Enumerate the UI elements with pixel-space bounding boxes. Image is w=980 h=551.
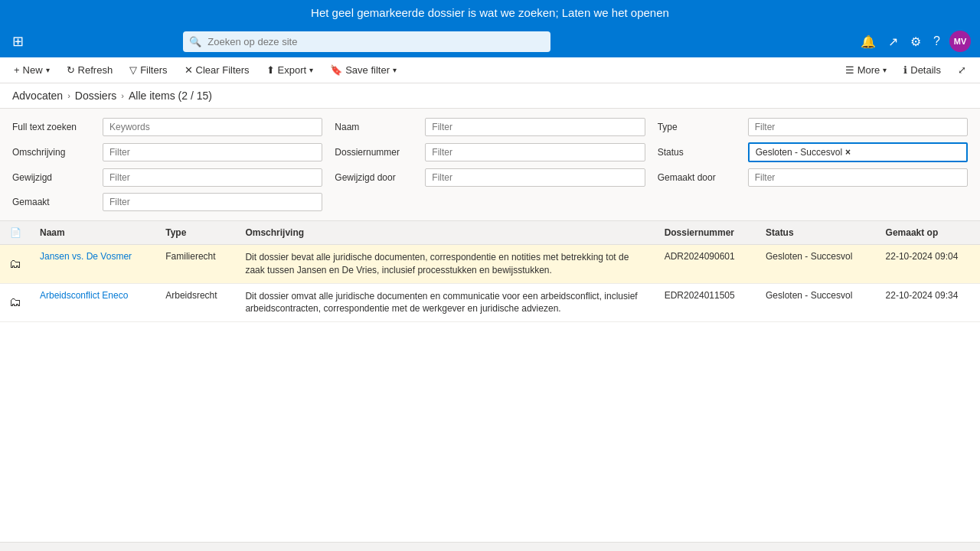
filter-tag-value: Gesloten - Succesvol (756, 147, 842, 158)
filter-label-gewijzigd-door: Gewijzigd door (335, 172, 419, 183)
avatar[interactable]: MV (949, 31, 971, 52)
row-type: Familierecht (156, 245, 236, 284)
filter-input-gemaakt-door[interactable] (748, 168, 968, 187)
col-header-dossiernummer[interactable]: Dossiernummer (655, 221, 756, 245)
col-header-type[interactable]: Type (156, 221, 236, 245)
table-row[interactable]: 🗂 Jansen vs. De Vosmer Familierecht Dit … (0, 245, 980, 284)
row-icon-cell: 🗂 (0, 283, 31, 322)
nav-right-icons: 🔔 ↗ ⚙ ? MV (858, 31, 971, 52)
filter-label-fulltext: Full text zoeken (12, 122, 96, 132)
export-chevron-icon: ▾ (309, 66, 313, 74)
new-button[interactable]: + New ▾ (6, 60, 57, 80)
details-icon: ℹ (903, 64, 907, 76)
row-naam: Jansen vs. De Vosmer (31, 245, 156, 284)
refresh-button[interactable]: ↻ Refresh (59, 60, 121, 80)
row-type: Arbeidsrecht (156, 283, 236, 322)
data-table: 📄 Naam Type Omschrijving Dossiernummer S… (0, 221, 980, 322)
save-filter-icon: 🔖 (330, 64, 342, 76)
export-icon: ⬆ (266, 64, 275, 76)
new-label: New (23, 64, 43, 76)
breadcrumb: Advocaten › Dossiers › Alle items (2 / 1… (0, 83, 980, 109)
more-button[interactable]: ☰ More ▾ (838, 60, 895, 80)
content-area: Full text zoeken Naam Type Omschrijving … (0, 109, 980, 542)
more-icon: ☰ (845, 64, 854, 76)
filter-input-gemaakt[interactable] (103, 193, 322, 211)
col-header-status[interactable]: Status (756, 221, 877, 245)
help-icon[interactable]: ? (930, 31, 943, 51)
banner-text: Het geel gemarkeerde dossier is wat we z… (311, 6, 669, 19)
share-icon[interactable]: ↗ (885, 31, 901, 52)
row-gemaakt-op: 22-10-2024 09:04 (877, 245, 980, 284)
more-label: More (858, 64, 880, 76)
refresh-icon: ↻ (67, 64, 75, 76)
filter-row-gewijzigd-door: Gewijzigd door (335, 168, 645, 187)
filter-input-dossiernummer[interactable] (425, 143, 645, 161)
file-icon: 📄 (10, 227, 21, 238)
filter-row-status: Status Gesloten - Succesvol × (658, 142, 968, 162)
row-status: Gesloten - Succesvol (756, 245, 877, 284)
new-chevron-icon: ▾ (46, 66, 50, 74)
top-banner: Het geel gemarkeerde dossier is wat we z… (0, 0, 980, 25)
breadcrumb-sep-2: › (121, 91, 124, 100)
filter-input-gewijzigd[interactable] (103, 168, 322, 187)
details-button[interactable]: ℹ Details (896, 60, 949, 80)
filter-row-gewijzigd: Gewijzigd (12, 168, 322, 187)
apps-icon[interactable]: ⊞ (9, 30, 27, 53)
filter-label-status: Status (658, 147, 742, 158)
search-input[interactable] (183, 31, 550, 52)
export-label: Export (278, 64, 307, 76)
filter-label-dossiernummer: Dossiernummer (335, 147, 419, 158)
filter-input-type[interactable] (748, 118, 968, 136)
more-chevron-icon: ▾ (883, 66, 887, 74)
row-naam: Arbeidsconflict Eneco (31, 283, 156, 322)
filter-input-gewijzigd-door[interactable] (425, 168, 645, 187)
row-naam-link[interactable]: Jansen vs. De Vosmer (40, 251, 132, 262)
row-dossiernummer: EDR2024011505 (655, 283, 756, 322)
row-file-icon: 🗂 (9, 257, 21, 270)
breadcrumb-sep-1: › (67, 91, 70, 100)
clear-filters-button[interactable]: ✕ Clear Filters (177, 60, 257, 80)
row-dossiernummer: ADR2024090601 (655, 245, 756, 284)
filter-row-gemaakt: Gemaakt (12, 193, 322, 211)
settings-icon[interactable]: ⚙ (907, 31, 924, 52)
filter-label-gemaakt: Gemaakt (12, 197, 96, 207)
expand-icon: ⤢ (958, 64, 966, 76)
col-header-icon: 📄 (0, 221, 31, 245)
filters-button[interactable]: ▽ Filters (122, 60, 175, 80)
row-naam-link[interactable]: Arbeidsconflict Eneco (40, 290, 128, 301)
col-header-omschrijving[interactable]: Omschrijving (236, 221, 655, 245)
save-filter-button[interactable]: 🔖 Save filter ▾ (322, 60, 404, 80)
bottom-scrollbar[interactable] (0, 542, 980, 551)
filters-label: Filters (140, 64, 167, 76)
save-filter-label: Save filter (345, 64, 390, 76)
filter-input-fulltext[interactable] (103, 118, 322, 136)
filter-input-omschrijving[interactable] (103, 143, 322, 161)
breadcrumb-advocaten[interactable]: Advocaten (12, 90, 63, 102)
breadcrumb-dossiers[interactable]: Dossiers (75, 90, 116, 102)
filter-input-status-active[interactable]: Gesloten - Succesvol × (748, 142, 968, 162)
filter-label-type: Type (658, 122, 742, 132)
notifications-icon[interactable]: 🔔 (858, 31, 879, 52)
filter-row-fulltext: Full text zoeken (12, 118, 322, 136)
new-icon: + (14, 64, 20, 76)
toolbar: + New ▾ ↻ Refresh ▽ Filters ✕ Clear Filt… (0, 57, 980, 83)
row-status: Gesloten - Succesvol (756, 283, 877, 322)
filter-row-naam: Naam (335, 118, 645, 136)
nav-bar: ⊞ 🔍 🔔 ↗ ⚙ ? MV (0, 25, 980, 57)
avatar-initials: MV (954, 37, 967, 46)
col-header-naam[interactable]: Naam (31, 221, 156, 245)
table-row[interactable]: 🗂 Arbeidsconflict Eneco Arbeidsrecht Dit… (0, 283, 980, 322)
breadcrumb-current: Alle items (2 / 15) (129, 90, 212, 102)
row-icon-cell: 🗂 (0, 245, 31, 284)
row-gemaakt-op: 22-10-2024 09:34 (877, 283, 980, 322)
expand-button[interactable]: ⤢ (950, 60, 974, 80)
filter-input-naam[interactable] (425, 118, 645, 136)
col-header-gemaakt-op[interactable]: Gemaakt op (877, 221, 980, 245)
nav-search: 🔍 (183, 31, 550, 52)
table-header-row: 📄 Naam Type Omschrijving Dossiernummer S… (0, 221, 980, 245)
export-button[interactable]: ⬆ Export ▾ (259, 60, 322, 80)
search-icon: 🔍 (189, 36, 201, 47)
filter-tag-remove[interactable]: × (845, 147, 851, 158)
refresh-label: Refresh (78, 64, 113, 76)
filter-row-gemaakt-door: Gemaakt door (658, 168, 968, 187)
